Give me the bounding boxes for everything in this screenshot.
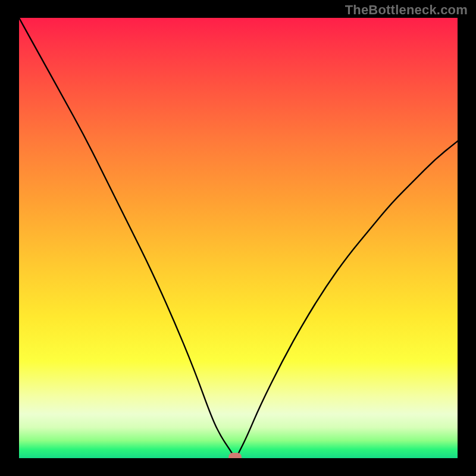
bottleneck-curve [19,18,458,458]
plot-area [19,18,458,458]
watermark-text: TheBottleneck.com [345,2,468,18]
minimum-marker [228,453,242,458]
chart-frame: TheBottleneck.com [0,0,476,476]
